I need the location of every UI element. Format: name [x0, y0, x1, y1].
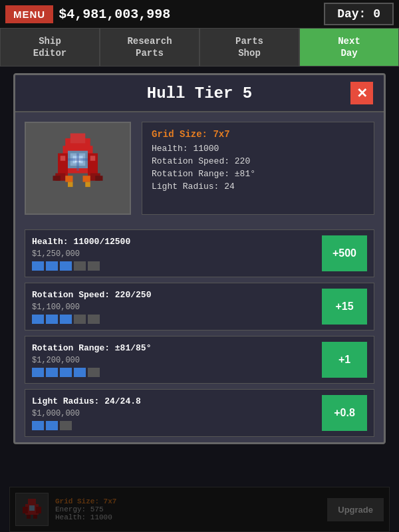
- progress-bar-health: [32, 261, 315, 271]
- progress-seg: [88, 315, 100, 324]
- upgrade-row-health: Health: 11000/12500 $1,250,000 +500: [25, 229, 374, 277]
- upgrade-btn-rotation-range[interactable]: +1: [322, 342, 367, 378]
- stat-light-radius: Light Radius: 24: [152, 182, 364, 192]
- modal-close-button[interactable]: ✕: [350, 82, 373, 104]
- stat-grid-size: Grid Size: 7x7: [152, 129, 364, 140]
- tab-research-parts[interactable]: Research Parts: [100, 28, 200, 66]
- progress-seg: [88, 368, 100, 377]
- svg-rect-19: [53, 176, 61, 181]
- progress-bar-rotation-range: [32, 368, 315, 377]
- upgrade-btn-light-radius[interactable]: +0.8: [322, 395, 367, 431]
- progress-seg: [32, 315, 44, 324]
- progress-seg: [60, 421, 72, 430]
- stat-health: Health: 11000: [152, 144, 364, 154]
- svg-rect-16: [76, 154, 79, 171]
- modal-overlay: Hull Tier 5 ✕: [0, 66, 399, 532]
- upgrade-label-rotation-range: Rotation Range: ±81/85°: [32, 343, 315, 353]
- progress-seg: [32, 368, 44, 377]
- upgrade-section: Health: 11000/12500 $1,250,000 +500: [15, 224, 384, 442]
- top-bar: MENU $4,981,003,998 Day: 0: [0, 0, 399, 28]
- upgrade-label-rotation-speed: Rotation Speed: 220/250: [32, 290, 315, 300]
- progress-seg: [46, 421, 58, 430]
- money-display: $4,981,003,998: [59, 7, 319, 22]
- nav-tabs: Ship Editor Research Parts Parts Shop Ne…: [0, 28, 399, 66]
- progress-seg: [32, 261, 44, 271]
- progress-seg: [74, 315, 86, 324]
- progress-seg: [60, 261, 72, 271]
- upgrade-left-rotation-range: Rotation Range: ±81/85° $1,200,000: [32, 343, 315, 377]
- progress-seg: [46, 315, 58, 324]
- progress-seg: [46, 368, 58, 377]
- progress-bar-rotation-speed: [32, 315, 315, 324]
- upgrade-label-light-radius: Light Radius: 24/24.8: [32, 396, 315, 406]
- upgrade-btn-health[interactable]: +500: [322, 235, 367, 271]
- svg-rect-11: [70, 134, 86, 144]
- progress-seg: [60, 315, 72, 324]
- svg-rect-25: [85, 182, 90, 188]
- upgrade-cost-rotation-range: $1,200,000: [32, 356, 315, 365]
- menu-button[interactable]: MENU: [5, 5, 53, 23]
- stat-rotation-speed: Rotation Speed: 220: [152, 156, 364, 166]
- upgrade-label-health: Health: 11000/12500: [32, 237, 315, 247]
- upgrade-row-rotation-speed: Rotation Speed: 220/250 $1,100,000 +15: [25, 283, 374, 331]
- svg-rect-26: [61, 156, 66, 161]
- svg-rect-21: [95, 176, 102, 181]
- svg-rect-17: [68, 158, 88, 161]
- upgrade-cost-health: $1,250,000: [32, 249, 315, 259]
- upgrade-left-light-radius: Light Radius: 24/24.8 $1,000,000: [32, 396, 315, 430]
- tab-ship-editor[interactable]: Ship Editor: [0, 28, 100, 66]
- upgrade-left-rotation-speed: Rotation Speed: 220/250 $1,100,000: [32, 290, 315, 324]
- ship-info-section: Grid Size: 7x7 Health: 11000 Rotation Sp…: [15, 112, 384, 224]
- upgrade-btn-rotation-speed[interactable]: +15: [322, 289, 367, 325]
- hull-ship-icon: [35, 128, 121, 208]
- ship-stats-panel: Grid Size: 7x7 Health: 11000 Rotation Sp…: [142, 122, 374, 215]
- progress-seg: [88, 261, 100, 271]
- upgrade-cost-rotation-speed: $1,100,000: [32, 303, 315, 312]
- progress-seg: [74, 368, 86, 377]
- modal-header: Hull Tier 5 ✕: [15, 75, 384, 112]
- upgrade-row-rotation-range: Rotation Range: ±81/85° $1,200,000 +1: [25, 336, 374, 384]
- progress-bar-light-radius: [32, 421, 315, 430]
- progress-seg: [32, 421, 44, 430]
- hull-modal: Hull Tier 5 ✕: [13, 73, 386, 444]
- progress-seg: [74, 261, 86, 271]
- tab-parts-shop[interactable]: Parts Shop: [200, 28, 299, 66]
- progress-seg: [60, 368, 72, 377]
- svg-rect-23: [83, 176, 90, 182]
- ship-sprite: [25, 122, 131, 215]
- upgrade-cost-light-radius: $1,000,000: [32, 409, 315, 418]
- stat-rotation-range: Rotation Range: ±81°: [152, 169, 364, 179]
- upgrade-row-light-radius: Light Radius: 24/24.8 $1,000,000 +0.8: [25, 389, 374, 437]
- modal-title: Hull Tier 5: [49, 84, 350, 102]
- svg-rect-24: [68, 182, 73, 188]
- svg-rect-22: [65, 176, 72, 182]
- progress-seg: [46, 261, 58, 271]
- upgrade-left-health: Health: 11000/12500 $1,250,000: [32, 237, 315, 271]
- day-display: Day: 0: [324, 3, 394, 25]
- svg-rect-27: [90, 156, 96, 161]
- tab-next-day[interactable]: Next Day: [299, 28, 399, 66]
- main-content: Light Radius: 2 1.5 Grid Size: 7x7 Energ…: [0, 66, 399, 532]
